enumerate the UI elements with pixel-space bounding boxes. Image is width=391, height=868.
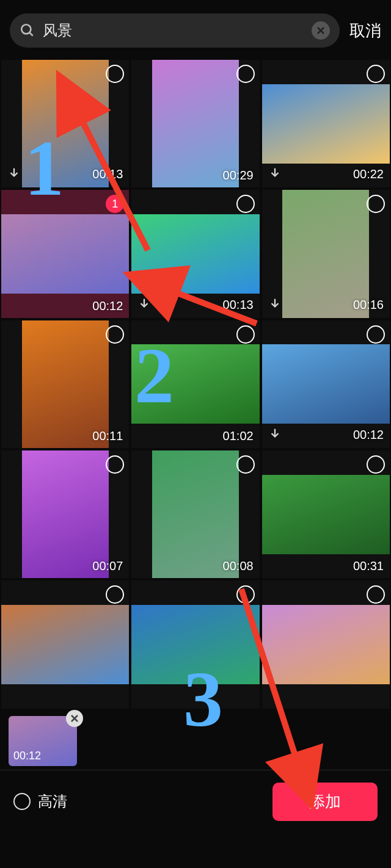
cell-meta: 00:12 [1, 295, 129, 318]
media-cell[interactable]: 00:13 [131, 190, 259, 317]
hd-toggle[interactable]: 高清 [13, 792, 67, 811]
duration-label: 00:07 [92, 559, 123, 573]
thumbnail-image [262, 344, 390, 424]
cell-meta: 00:22 [262, 162, 390, 187]
thumbnail-image [262, 475, 390, 554]
selection-ring-icon[interactable] [236, 455, 255, 474]
cell-meta: 00:11 [1, 425, 129, 448]
media-cell[interactable]: 00:16 [262, 190, 390, 317]
cell-meta: 00:16 [262, 293, 390, 318]
media-cell[interactable]: 00:13 [1, 60, 129, 187]
duration-label: 00:16 [353, 298, 384, 312]
search-icon [20, 23, 35, 38]
duration-label: 00:12 [92, 299, 123, 313]
media-cell[interactable]: 00:07 [1, 450, 129, 578]
selected-tray: 00:12 [0, 709, 391, 770]
hd-label: 高清 [38, 792, 67, 811]
cell-meta [131, 700, 259, 709]
duration-label: 01:02 [223, 429, 254, 443]
duration-label: 00:13 [92, 167, 123, 181]
thumbnail-image [131, 214, 259, 294]
duration-label: 00:29 [223, 168, 254, 183]
media-cell[interactable]: 00:08 [131, 450, 259, 578]
selection-ring-icon[interactable] [367, 455, 385, 474]
thumbnail-image [262, 84, 390, 164]
thumbnail-image [131, 605, 259, 684]
svg-line-1 [29, 32, 32, 35]
media-cell[interactable]: 00:12 [262, 320, 390, 448]
download-icon [268, 297, 282, 310]
close-icon [70, 714, 79, 723]
bottom-bar: 高清 添加 [0, 770, 391, 833]
selection-ring-icon[interactable] [236, 585, 255, 604]
add-button[interactable]: 添加 [272, 783, 378, 821]
cell-meta: 00:29 [131, 165, 259, 187]
cell-meta: 00:31 [262, 555, 390, 578]
duration-label: 00:31 [353, 559, 384, 573]
cancel-button[interactable]: 取消 [349, 20, 381, 42]
download-icon [268, 166, 282, 179]
media-cell[interactable]: 00:22 [262, 60, 390, 187]
media-cell[interactable]: 00:11 [1, 320, 129, 448]
media-cell[interactable]: 01:02 [131, 320, 259, 448]
duration-label: 00:13 [223, 298, 254, 312]
search-row: 取消 [0, 0, 391, 60]
cell-meta [1, 700, 129, 709]
media-cell[interactable] [1, 580, 129, 708]
media-cell[interactable] [262, 580, 390, 708]
clear-search-button[interactable] [312, 21, 330, 40]
cell-meta: 00:08 [131, 555, 259, 578]
cell-meta: 01:02 [131, 425, 259, 448]
duration-label: 00:11 [92, 429, 123, 443]
thumbnail-image [131, 344, 259, 424]
download-icon [7, 166, 21, 179]
thumbnail-image [1, 605, 129, 684]
media-cell[interactable]: 00:29 [131, 60, 259, 187]
cell-meta: 00:13 [131, 293, 259, 318]
media-cell[interactable] [131, 580, 259, 708]
search-input[interactable] [43, 22, 304, 39]
selection-ring-icon[interactable] [106, 325, 124, 344]
tray-item[interactable]: 00:12 [9, 716, 77, 766]
tray-remove-button[interactable] [66, 710, 83, 727]
search-box[interactable] [10, 13, 340, 48]
duration-label: 00:22 [353, 167, 384, 181]
radio-unchecked-icon [13, 793, 31, 810]
cell-meta: 00:12 [262, 423, 390, 448]
media-cell[interactable]: 00:31 [262, 450, 390, 578]
selection-ring-icon[interactable] [236, 195, 255, 213]
cell-meta [262, 700, 390, 709]
selection-ring-icon[interactable] [236, 65, 255, 83]
duration-label: 00:08 [223, 559, 254, 573]
thumbnail-image [1, 214, 129, 294]
selection-ring-icon[interactable] [367, 325, 385, 344]
download-icon [268, 427, 282, 440]
svg-point-0 [21, 24, 31, 34]
cell-meta: 00:13 [1, 162, 129, 187]
thumbnail-image [262, 605, 390, 684]
media-cell[interactable]: 100:12 [1, 190, 129, 317]
tray-duration: 00:12 [13, 750, 41, 762]
duration-label: 00:12 [353, 428, 384, 442]
cell-meta: 00:07 [1, 555, 129, 578]
selection-ring-icon[interactable] [367, 65, 385, 83]
media-grid: 00:1300:2900:22100:1200:1300:1600:1101:0… [0, 60, 391, 709]
download-icon [137, 297, 151, 310]
selection-ring-icon[interactable] [236, 325, 255, 344]
